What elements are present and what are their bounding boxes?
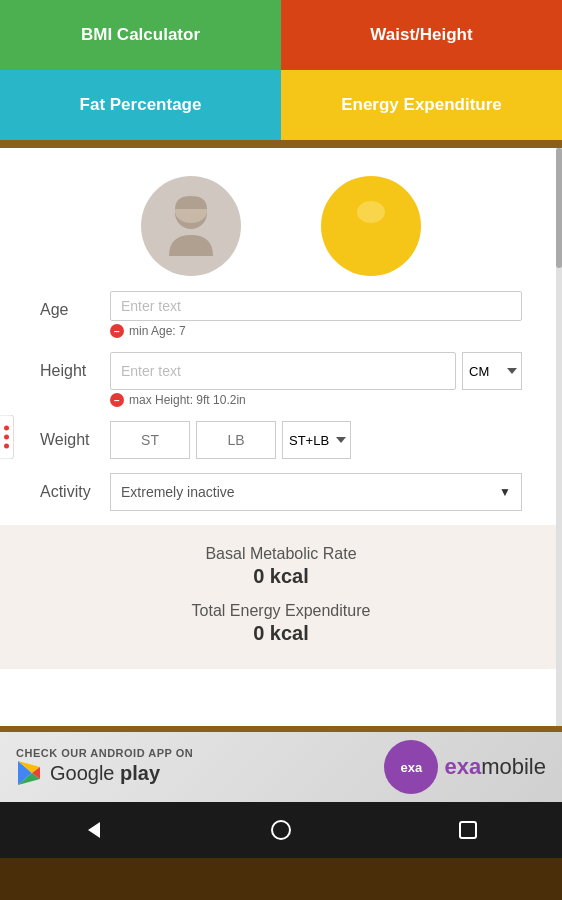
age-inputs: − min Age: 7 (110, 291, 522, 338)
height-row: Height CM FT − max Height: 9ft 10.2in (40, 352, 522, 407)
dot-3 (4, 444, 9, 449)
weight-row: Weight ST+LB KG LB (40, 421, 522, 459)
male-avatar-icon (341, 191, 401, 261)
height-error-text: max Height: 9ft 10.2in (129, 393, 246, 407)
weight-st-input[interactable] (110, 421, 190, 459)
exa-mobile-brand: exa examobile (384, 740, 546, 794)
scrollbar[interactable] (556, 148, 562, 726)
banner-text-block: CHECK OUR ANDROID APP ON Google play (16, 747, 372, 787)
back-icon (82, 818, 106, 842)
banner-check-text: CHECK OUR ANDROID APP ON (16, 747, 372, 759)
side-menu-dots[interactable] (0, 415, 14, 460)
activity-inputs: Extremely inactive ▼ (110, 473, 522, 511)
scrollbar-thumb[interactable] (556, 148, 562, 268)
google-play-banner[interactable]: CHECK OUR ANDROID APP ON Google play exa… (0, 732, 562, 802)
age-error-row: − min Age: 7 (110, 324, 522, 338)
age-error-icon: − (110, 324, 124, 338)
weight-lb-input[interactable] (196, 421, 276, 459)
female-avatar-icon (161, 191, 221, 261)
weight-unit-select[interactable]: ST+LB KG LB (282, 421, 351, 459)
back-button[interactable] (82, 818, 106, 842)
height-unit-select[interactable]: CM FT (462, 352, 522, 390)
female-avatar[interactable] (141, 176, 241, 276)
svg-point-10 (272, 821, 290, 839)
age-row: Age − min Age: 7 (40, 291, 522, 338)
google-play-logo: Google play (16, 759, 372, 787)
exa-badge: exa (384, 740, 438, 794)
svg-rect-4 (363, 226, 379, 236)
bmr-label: Basal Metabolic Rate (20, 545, 542, 563)
height-input-row: CM FT (110, 352, 522, 390)
waist-height-button[interactable]: Waist/Height (281, 0, 562, 70)
play-store-icon (16, 759, 44, 787)
activity-label: Activity (40, 473, 110, 501)
tee-label: Total Energy Expenditure (20, 602, 542, 620)
main-content: Age − min Age: 7 Height CM FT (0, 148, 562, 726)
svg-marker-9 (88, 822, 100, 838)
google-play-text: Google play (50, 762, 160, 785)
weight-input-row: ST+LB KG LB (110, 421, 522, 459)
male-avatar[interactable] (321, 176, 421, 276)
energy-expenditure-button[interactable]: Energy Expenditure (281, 70, 562, 140)
weight-label: Weight (40, 421, 110, 449)
activity-dropdown[interactable]: Extremely inactive ▼ (110, 473, 522, 511)
height-inputs: CM FT − max Height: 9ft 10.2in (110, 352, 522, 407)
height-error-icon: − (110, 393, 124, 407)
recents-button[interactable] (456, 818, 480, 842)
svg-point-3 (357, 201, 385, 223)
height-input[interactable] (110, 352, 456, 390)
calculator-form: Age − min Age: 7 Height CM FT (0, 291, 562, 511)
age-input[interactable] (110, 291, 522, 321)
fat-percentage-button[interactable]: Fat Percentage (0, 70, 281, 140)
weight-inputs: ST+LB KG LB (110, 421, 522, 459)
svg-rect-11 (460, 822, 476, 838)
age-label: Age (40, 291, 110, 319)
height-label: Height (40, 352, 110, 380)
activity-value: Extremely inactive (121, 484, 235, 500)
activity-row: Activity Extremely inactive ▼ (40, 473, 522, 511)
exa-mobile-text: examobile (444, 754, 546, 780)
bmr-value: 0 kcal (20, 565, 542, 588)
avatar-section (0, 148, 562, 291)
activity-dropdown-arrow: ▼ (499, 485, 511, 499)
dot-1 (4, 426, 9, 431)
recents-icon (456, 818, 480, 842)
age-error-text: min Age: 7 (129, 324, 186, 338)
dot-2 (4, 435, 9, 440)
tee-value: 0 kcal (20, 622, 542, 645)
bmi-calculator-button[interactable]: BMI Calculator (0, 0, 281, 70)
height-error-row: − max Height: 9ft 10.2in (110, 393, 522, 407)
home-icon (269, 818, 293, 842)
home-button[interactable] (269, 818, 293, 842)
results-section: Basal Metabolic Rate 0 kcal Total Energy… (0, 525, 562, 669)
wood-divider (0, 140, 562, 148)
bottom-navigation (0, 802, 562, 858)
